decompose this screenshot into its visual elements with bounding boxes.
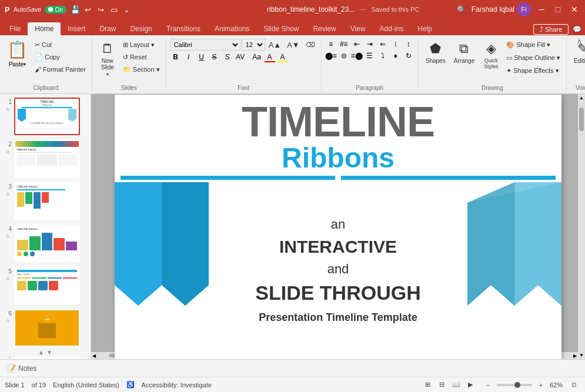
section-button[interactable]: 📁 Section ▾ <box>121 63 162 75</box>
italic-button[interactable]: I <box>183 52 195 62</box>
underline-button[interactable]: U <box>196 52 208 62</box>
undo-icon[interactable]: ↩ <box>83 4 93 15</box>
comments-icon[interactable]: 💬 <box>571 24 583 35</box>
slideshow-btn[interactable]: ▶ <box>464 380 477 390</box>
scroll-right-btn[interactable]: ▶ <box>572 353 578 359</box>
v-scrollbar[interactable]: ▲ ▼ <box>578 94 585 359</box>
tab-draw[interactable]: Draw <box>92 22 123 35</box>
slide-item-4[interactable]: 4 ☆ TIMELINE Ribbons <box>2 223 88 263</box>
slide-thumb-5[interactable]: Ribbon Timeline <box>14 267 80 304</box>
minimize-button[interactable]: ─ <box>536 4 547 15</box>
zoom-level[interactable]: 62% <box>550 381 563 388</box>
format-painter-button[interactable]: 🖌 Format Painter <box>32 63 88 75</box>
rtl-button[interactable]: ⇐ <box>377 39 389 49</box>
align-left-button[interactable]: ⬤≡ <box>325 51 337 61</box>
zoom-slider[interactable] <box>497 384 532 386</box>
clear-format-button[interactable]: ⌫ <box>303 39 317 51</box>
slide-thumb-1[interactable]: TIMELINE Ribbons an INTERACTIVE and SLID… <box>14 98 80 135</box>
tab-view[interactable]: View <box>343 22 373 35</box>
slide-thumb-4[interactable]: TIMELINE Ribbons <box>14 225 80 262</box>
scroll-thumb[interactable] <box>579 108 584 131</box>
slide-thumb-6[interactable]: 2025 <box>14 309 80 347</box>
quick-styles-button[interactable]: ◈ Quick Styles <box>479 39 503 72</box>
highlight-button[interactable]: A <box>277 52 289 62</box>
tab-help[interactable]: Help <box>410 22 439 35</box>
increase-font-button[interactable]: A▲ <box>266 39 284 51</box>
tab-animations[interactable]: Animations <box>208 22 256 35</box>
change-case-button[interactable]: Aa <box>251 52 263 62</box>
paste-button[interactable]: 📋 <box>4 39 31 61</box>
strikethrough-button[interactable]: S <box>209 52 220 62</box>
slides-scroll-down[interactable]: ▼ <box>46 349 52 356</box>
accessibility-status[interactable]: Accessibility: Investigate <box>142 381 212 388</box>
slide-item-5[interactable]: 5 ☆ Ribbon Timeline <box>2 266 88 306</box>
reading-view-btn[interactable]: 📖 <box>450 380 463 390</box>
align-center-button[interactable]: ⊜ <box>338 51 350 61</box>
justify-button[interactable]: ☰ <box>364 51 376 61</box>
slide-item-1[interactable]: 1 ☆ TIMELINE Ribbons an INTERACTIVE and … <box>2 96 88 136</box>
save-icon[interactable]: 💾 <box>70 4 81 15</box>
normal-view-btn[interactable]: ⊞ <box>422 380 434 390</box>
bullet-list-button[interactable]: ≡ <box>325 39 337 49</box>
font-size-select[interactable]: 12 <box>242 39 265 51</box>
slide-sorter-btn[interactable]: ⊟ <box>436 380 449 390</box>
tab-design[interactable]: Design <box>123 22 159 35</box>
char-spacing-button[interactable]: AV <box>235 52 246 62</box>
text-direction-button[interactable]: ⤵ <box>377 51 389 61</box>
layout-button[interactable]: ⊞ Layout ▾ <box>121 39 162 51</box>
ribbon-collapse-button[interactable]: ∧ <box>574 36 584 46</box>
tab-home[interactable]: Home <box>28 22 61 35</box>
slide-item-3[interactable]: 3 ☆ TIMELINE Ribbons <box>2 181 88 221</box>
new-slide-button[interactable]: 🗒 New Slide ▾ <box>96 39 119 79</box>
slide-item-2[interactable]: 2 ☆ TIMELINE Ribbon <box>2 139 88 179</box>
scroll-up-btn[interactable]: ▲ <box>578 94 585 102</box>
shape-outline-button[interactable]: ▭ Shape Outline ▾ <box>504 52 563 63</box>
slide-item-6[interactable]: 6 ☆ 2025 <box>2 308 88 348</box>
shape-effects-button[interactable]: ✦ Shape Effects ▾ <box>504 65 563 76</box>
zoom-out-btn[interactable]: − <box>482 380 494 390</box>
decrease-font-button[interactable]: A▼ <box>285 39 302 51</box>
decrease-indent-button[interactable]: ⇤ <box>351 39 363 49</box>
notes-bar[interactable]: 📝 Notes <box>0 359 585 377</box>
font-color-button[interactable]: A <box>264 52 276 62</box>
paste-dropdown[interactable]: ▾ <box>24 62 26 67</box>
tab-review[interactable]: Review <box>306 22 343 35</box>
increase-indent-button[interactable]: ⇥ <box>364 39 376 49</box>
arrange-button[interactable]: ⧉ Arrange <box>450 39 479 66</box>
maximize-button[interactable]: □ <box>552 4 564 15</box>
search-icon[interactable]: 🔍 <box>456 4 467 15</box>
cut-button[interactable]: ✂ Cut <box>32 39 88 51</box>
slide-thumb-3[interactable]: TIMELINE Ribbons <box>14 182 80 220</box>
slides-scroll-up[interactable]: ▲ <box>38 349 44 356</box>
tab-addins[interactable]: Add-ins <box>373 22 411 35</box>
line-spacing-button[interactable]: ↕ <box>403 39 414 49</box>
shape-fill-button[interactable]: 🎨 Shape Fill ▾ <box>504 39 563 51</box>
smart-art-button[interactable]: ♦ <box>390 51 402 61</box>
zoom-in-btn[interactable]: + <box>534 380 547 390</box>
shapes-button[interactable]: ⬟ Shapes <box>422 39 449 66</box>
font-family-select[interactable]: Calibri <box>170 39 240 51</box>
autosave-toggle[interactable]: On <box>45 6 66 14</box>
share-button[interactable]: ⤴ Share <box>533 24 569 35</box>
slide-thumb-2[interactable]: TIMELINE Ribbon <box>14 140 80 177</box>
columns-button[interactable]: ⫶ <box>390 39 402 49</box>
fit-slide-btn[interactable]: ⊡ <box>567 380 580 390</box>
dropdown-icon[interactable]: ⌄ <box>122 4 132 15</box>
redo-icon[interactable]: ↪ <box>96 4 106 15</box>
scroll-left-btn[interactable]: ◀ <box>91 353 97 359</box>
reset-button[interactable]: ↺ Reset <box>121 51 162 63</box>
close-button[interactable]: ✕ <box>569 4 580 15</box>
tab-slideshow[interactable]: Slide Show <box>256 22 306 35</box>
paste-label[interactable]: Paste ▾ <box>9 61 26 68</box>
present-icon[interactable]: ▭ <box>109 4 119 15</box>
bold-button[interactable]: B <box>170 52 182 62</box>
convert-button[interactable]: ↻ <box>403 51 414 61</box>
tab-file[interactable]: File <box>2 22 28 35</box>
scroll-down-btn[interactable]: ▼ <box>578 351 585 359</box>
shadow-button[interactable]: S <box>222 52 233 62</box>
copy-button[interactable]: 📄 Copy <box>32 51 88 63</box>
tab-insert[interactable]: Insert <box>61 22 92 35</box>
align-right-button[interactable]: ≡⬤ <box>351 51 363 61</box>
tab-transitions[interactable]: Transitions <box>159 22 208 35</box>
numbered-list-button[interactable]: #≡ <box>338 39 350 49</box>
